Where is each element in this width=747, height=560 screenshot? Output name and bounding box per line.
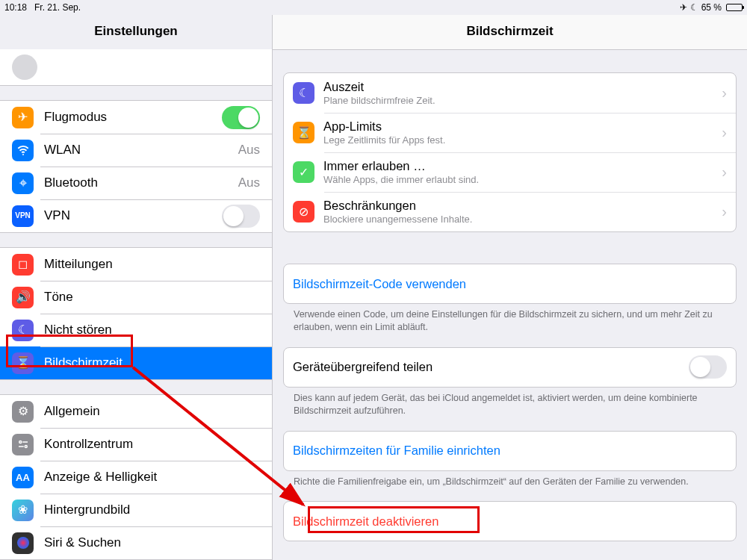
family-footer: Richte die Familienfreigabe ein, um „Bil… xyxy=(273,471,747,488)
sidebar-item-label: Hintergrundbild xyxy=(44,503,130,517)
feature-title: Beschränkungen xyxy=(323,199,472,213)
sidebar-item-screentime[interactable]: ⌛ Bildschirmzeit xyxy=(0,346,272,379)
sidebar-group-general: ⚙︎ Allgemein Kontrollzentrum AA Anzeige … xyxy=(0,394,272,560)
sidebar-item-label: Bildschirmzeit xyxy=(44,355,123,370)
status-bar: 10:18 Fr. 21. Sep. ✈︎ ☾ 65 % xyxy=(0,0,747,15)
controlcenter-icon xyxy=(12,434,34,455)
bluetooth-value: Aus xyxy=(238,175,260,190)
general-icon: ⚙︎ xyxy=(12,401,34,423)
moon-icon: ☾ xyxy=(293,82,314,104)
status-date: Fr. 21. Sep. xyxy=(34,2,81,13)
share-label: Geräteübergreifend teilen xyxy=(293,360,433,374)
sidebar-item-label: Siri & Suchen xyxy=(44,535,121,550)
sidebar-item-label: Anzeige & Helligkeit xyxy=(44,470,157,485)
feature-title: App-Limits xyxy=(323,119,445,134)
svg-point-0 xyxy=(22,154,24,155)
use-passcode-label: Bildschirmzeit-Code verwenden xyxy=(293,277,466,291)
share-toggle[interactable] xyxy=(689,355,727,379)
wifi-icon xyxy=(12,140,34,161)
sounds-icon: 🔊 xyxy=(12,287,34,308)
account-cell[interactable] xyxy=(0,49,272,85)
share-group: Geräteübergreifend teilen xyxy=(283,347,737,388)
sidebar-item-sounds[interactable]: 🔊 Töne xyxy=(0,281,272,314)
sidebar-item-label: Töne xyxy=(44,290,73,305)
passcode-footer: Verwende einen Code, um deine Einstellun… xyxy=(273,304,747,334)
sidebar-item-dnd[interactable]: ☾ Nicht stören xyxy=(0,314,272,346)
share-footer: Dies kann auf jedem Gerät, das bei iClou… xyxy=(273,388,747,417)
chevron-right-icon: › xyxy=(722,203,727,220)
chevron-right-icon: › xyxy=(722,124,727,141)
detail-pane: Bildschirmzeit ☾ Auszeit Plane bildschir… xyxy=(273,15,747,560)
avatar xyxy=(12,55,37,80)
use-passcode-cell[interactable]: Bildschirmzeit-Code verwenden xyxy=(284,264,736,303)
deactivate-group: Bildschirmzeit deaktivieren xyxy=(283,501,737,541)
vpn-icon: VPN xyxy=(12,205,34,227)
wallpaper-icon: ❀ xyxy=(12,500,34,521)
feature-downtime[interactable]: ☾ Auszeit Plane bildschirmfreie Zeit. › xyxy=(284,73,736,113)
sidebar-group-connectivity: ✈︎ Flugmodus WLAN Aus ⌖ Bluetooth Aus VP… xyxy=(0,100,272,233)
family-setup-cell[interactable]: Bildschirmzeiten für Familie einrichten xyxy=(284,432,736,470)
chevron-right-icon: › xyxy=(722,84,727,102)
account-group xyxy=(0,49,272,86)
sidebar-item-airplane[interactable]: ✈︎ Flugmodus xyxy=(0,101,272,134)
feature-sub: Lege Zeitlimits für Apps fest. xyxy=(323,134,445,146)
nosign-icon: ⊘ xyxy=(293,201,314,223)
sidebar-item-notifications[interactable]: ◻︎ Mitteilungen xyxy=(0,248,272,281)
sidebar-title: Einstellungen xyxy=(0,15,272,49)
chevron-right-icon: › xyxy=(722,164,727,181)
sidebar-item-general[interactable]: ⚙︎ Allgemein xyxy=(0,395,272,428)
deactivate-label: Bildschirmzeit deaktivieren xyxy=(293,514,438,529)
check-icon: ✓ xyxy=(293,161,314,183)
family-label: Bildschirmzeiten für Familie einrichten xyxy=(293,444,500,458)
dnd-moon-icon: ☾ xyxy=(690,2,698,13)
bluetooth-icon: ⌖ xyxy=(12,172,34,194)
family-group: Bildschirmzeiten für Familie einrichten xyxy=(283,431,737,471)
sidebar-item-label: Mitteilungen xyxy=(44,257,113,272)
sidebar-item-vpn[interactable]: VPN VPN xyxy=(0,199,272,232)
airplane-toggle[interactable] xyxy=(222,106,260,129)
sidebar-item-display[interactable]: AA Anzeige & Helligkeit xyxy=(0,461,272,494)
sidebar-item-label: VPN xyxy=(44,208,70,223)
sidebar-item-siri[interactable]: Siri & Suchen xyxy=(0,526,272,559)
sidebar-item-label: Bluetooth xyxy=(44,175,98,190)
sidebar-group-notifications: ◻︎ Mitteilungen 🔊 Töne ☾ Nicht stören ⌛ … xyxy=(0,247,272,380)
svg-point-3 xyxy=(25,446,27,448)
display-icon: AA xyxy=(12,467,34,488)
wlan-value: Aus xyxy=(238,143,260,158)
sidebar-item-label: Allgemein xyxy=(44,404,100,419)
feature-applimits[interactable]: ⌛ App-Limits Lege Zeitlimits für Apps fe… xyxy=(284,113,736,152)
battery-percent: 65 % xyxy=(701,2,722,13)
svg-point-1 xyxy=(19,441,21,444)
deactivate-screentime-cell[interactable]: Bildschirmzeit deaktivieren xyxy=(284,502,736,541)
sidebar-item-wlan[interactable]: WLAN Aus xyxy=(0,134,272,167)
feature-sub: Plane bildschirmfreie Zeit. xyxy=(323,95,436,106)
share-across-devices-cell[interactable]: Geräteübergreifend teilen xyxy=(284,348,736,387)
notifications-icon: ◻︎ xyxy=(12,254,34,276)
passcode-group: Bildschirmzeit-Code verwenden xyxy=(283,264,737,304)
sidebar-item-label: Flugmodus xyxy=(44,110,107,125)
sidebar-item-label: Nicht stören xyxy=(44,323,112,337)
airplane-icon: ✈︎ xyxy=(12,107,34,128)
sidebar-item-label: WLAN xyxy=(44,143,81,158)
settings-sidebar: Einstellungen ✈︎ Flugmodus WLAN Aus ⌖ Bl… xyxy=(0,15,273,560)
detail-title: Bildschirmzeit xyxy=(273,15,747,50)
feature-title: Immer erlauben … xyxy=(323,159,479,173)
airplane-mode-icon: ✈︎ xyxy=(680,2,687,13)
dnd-icon: ☾ xyxy=(12,320,34,341)
feature-alwaysallow[interactable]: ✓ Immer erlauben … Wähle Apps, die immer… xyxy=(284,152,736,192)
vpn-toggle[interactable] xyxy=(222,205,260,228)
feature-sub: Blockiere unangemessene Inhalte. xyxy=(323,214,472,225)
hourglass-icon: ⌛ xyxy=(293,122,314,143)
sidebar-item-wallpaper[interactable]: ❀ Hintergrundbild xyxy=(0,494,272,526)
sidebar-item-label: Kontrollzentrum xyxy=(44,437,133,452)
sidebar-item-bluetooth[interactable]: ⌖ Bluetooth Aus xyxy=(0,167,272,199)
siri-icon xyxy=(12,532,34,554)
status-time: 10:18 xyxy=(4,2,27,13)
battery-icon xyxy=(726,4,743,11)
feature-title: Auszeit xyxy=(323,80,436,94)
screentime-icon: ⌛ xyxy=(12,352,34,374)
screentime-features-group: ☾ Auszeit Plane bildschirmfreie Zeit. › … xyxy=(283,72,737,232)
sidebar-item-controlcenter[interactable]: Kontrollzentrum xyxy=(0,428,272,461)
feature-restrictions[interactable]: ⊘ Beschränkungen Blockiere unangemessene… xyxy=(284,192,736,231)
feature-sub: Wähle Apps, die immer erlaubt sind. xyxy=(323,174,479,185)
